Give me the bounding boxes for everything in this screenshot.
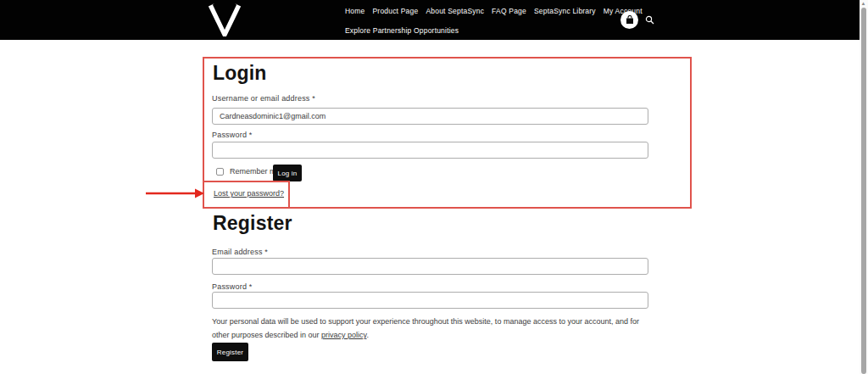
nav-about-septasync[interactable]: About SeptaSync	[426, 7, 484, 15]
lost-password-link[interactable]: Lost your password?	[214, 189, 284, 198]
username-input[interactable]	[212, 108, 648, 125]
register-password-label: Password *	[212, 282, 253, 291]
login-heading: Login	[213, 62, 267, 85]
privacy-text: Your personal data will be used to suppo…	[212, 317, 639, 339]
cart-button[interactable]	[620, 11, 638, 29]
account-page: Home Product Page About SeptaSync FAQ Pa…	[0, 0, 868, 374]
remember-me-checkbox[interactable]	[216, 168, 224, 176]
nav-product-page[interactable]: Product Page	[372, 7, 418, 15]
magnifier-icon	[645, 15, 654, 25]
v-logo-icon	[206, 3, 243, 36]
header-icons	[620, 11, 654, 29]
login-password-label: Password *	[212, 131, 253, 139]
site-header: Home Product Page About SeptaSync FAQ Pa…	[0, 0, 868, 40]
remember-me-row: Remember me	[216, 167, 281, 176]
privacy-text-end: .	[366, 331, 369, 339]
annotation-box-login-form	[203, 57, 692, 209]
register-heading: Register	[213, 212, 292, 235]
register-button[interactable]: Register	[212, 343, 248, 361]
scrollbar-track[interactable]: ▲	[860, 0, 868, 374]
login-password-input[interactable]	[212, 142, 648, 159]
site-logo[interactable]	[201, 2, 248, 37]
register-email-input[interactable]	[212, 258, 648, 275]
shopping-bag-icon	[626, 15, 634, 25]
scrollbar-up-arrow[interactable]: ▲	[860, 0, 867, 8]
nav-septasync-library[interactable]: SeptaSync Library	[534, 7, 596, 15]
scrollbar-thumb[interactable]	[861, 8, 866, 374]
privacy-notice: Your personal data will be used to suppo…	[212, 315, 649, 342]
register-password-input[interactable]	[212, 292, 648, 309]
nav-faq-page[interactable]: FAQ Page	[492, 7, 526, 15]
nav-explore-partnership[interactable]: Explore Partnership Opportunities	[345, 26, 459, 35]
email-label: Email address *	[212, 248, 268, 256]
username-label: Username or email address *	[212, 94, 315, 103]
secondary-nav: Explore Partnership Opportunities	[345, 26, 459, 35]
log-in-button[interactable]: Log in	[273, 165, 302, 181]
privacy-policy-link[interactable]: privacy policy	[321, 331, 366, 339]
nav-home[interactable]: Home	[345, 7, 364, 15]
primary-nav: Home Product Page About SeptaSync FAQ Pa…	[345, 7, 643, 15]
annotation-arrow-icon	[142, 187, 207, 200]
search-button[interactable]	[645, 15, 654, 25]
